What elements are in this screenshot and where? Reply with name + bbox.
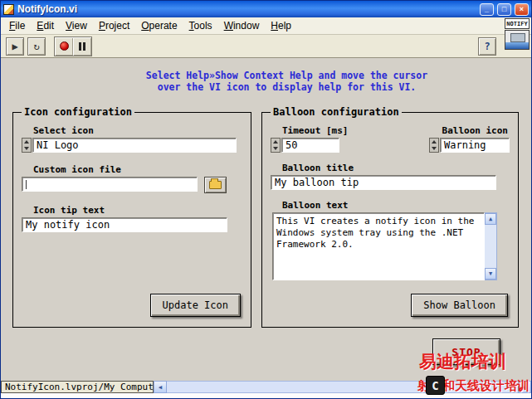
vi-icon-label: NOTIFY <box>505 18 530 29</box>
maximize-button[interactable]: □ <box>497 3 511 16</box>
custom-icon-file-field[interactable] <box>22 177 198 192</box>
custom-icon-file-label: Custom icon file <box>33 164 242 175</box>
browse-file-button[interactable] <box>204 177 227 193</box>
balloon-text-label: Balloon text <box>282 200 510 211</box>
scroll-left-icon[interactable]: ◀ <box>154 381 167 393</box>
select-icon-field[interactable]: NI Logo <box>32 138 237 153</box>
text-caret <box>26 180 27 189</box>
menu-window[interactable]: Window <box>218 18 266 33</box>
balloon-icon-control: Balloon icon Warning <box>429 123 510 153</box>
timeout-control: Timeout [ms] 50 <box>271 123 348 153</box>
balloon-icon-label: Balloon icon <box>429 125 508 136</box>
help-instruction-line2: over the VI icon to display help for thi… <box>59 81 515 93</box>
balloon-title-label: Balloon title <box>282 163 510 173</box>
watermark-title: 易迪拓培训 <box>419 350 506 373</box>
balloon-configuration-title: Balloon configuration <box>271 106 402 118</box>
menu-edit[interactable]: Edit <box>31 18 60 33</box>
select-icon-label: Select icon <box>33 125 242 136</box>
context-help-button[interactable]: ? <box>478 37 496 56</box>
run-button[interactable]: ▶ <box>6 37 24 56</box>
minimize-button[interactable]: _ <box>480 3 494 16</box>
show-balloon-button[interactable]: Show Balloon <box>411 294 508 317</box>
balloon-icon-field[interactable]: Warning <box>440 138 510 153</box>
icon-configuration-title: Icon configuration <box>22 106 134 118</box>
exec-button-group <box>54 36 92 56</box>
app-icon <box>3 4 14 15</box>
pause-icon <box>79 42 85 51</box>
run-continuous-button[interactable]: ↻ <box>27 37 46 56</box>
abort-icon <box>60 41 69 51</box>
menu-bar: File Edit View Project Operate Tools Win… <box>1 17 531 35</box>
window-title: NotifyIcon.vi <box>17 3 476 15</box>
scroll-up-icon[interactable]: ▲ <box>485 213 496 225</box>
pause-button[interactable] <box>73 37 91 56</box>
vi-icon[interactable] <box>505 30 530 50</box>
menu-tools[interactable]: Tools <box>183 18 218 33</box>
balloon-text-field[interactable]: This VI creates a notify icon in the Win… <box>272 212 485 280</box>
icon-configuration-group: Icon configuration Select icon NI Logo C… <box>12 106 251 328</box>
folder-icon <box>209 181 222 189</box>
abort-button[interactable] <box>55 37 73 56</box>
icon-tip-field[interactable]: My notify icon <box>22 217 227 232</box>
update-icon-button[interactable]: Update Icon <box>150 294 241 317</box>
toolbar: ▶ ↻ ? <box>1 35 531 58</box>
menu-operate[interactable]: Operate <box>135 18 183 33</box>
execution-target-indicator[interactable]: NotifyIcon.lvproj/My Computer <box>1 381 154 393</box>
close-button[interactable]: × <box>515 3 529 16</box>
vi-icon-corner: NOTIFY <box>505 18 530 50</box>
timeout-label: Timeout [ms] <box>282 125 348 136</box>
scroll-down-icon[interactable]: ▼ <box>485 268 496 280</box>
balloon-text-scrollbar[interactable]: ▲ ▼ <box>485 212 497 280</box>
help-instruction-text: Select Help»Show Context Help and move t… <box>59 70 515 93</box>
balloon-icon-spinner[interactable] <box>429 138 439 153</box>
icon-tip-label: Icon tip text <box>33 205 242 216</box>
timeout-spinner[interactable] <box>271 138 281 153</box>
menu-file[interactable]: File <box>3 18 31 33</box>
balloon-title-field[interactable]: My balloon tip <box>271 175 496 190</box>
menu-view[interactable]: View <box>60 18 93 33</box>
help-instruction-line1: Select Help»Show Context Help and move t… <box>59 70 515 81</box>
menu-help[interactable]: Help <box>265 18 297 33</box>
front-panel: Select Help»Show Context Help and move t… <box>1 58 531 381</box>
watermark-logo: C <box>426 376 445 395</box>
select-icon-spinner[interactable] <box>22 138 32 153</box>
title-bar: NotifyIcon.vi _ □ × <box>1 1 531 17</box>
balloon-configuration-group: Balloon configuration Timeout [ms] 50 Ba… <box>261 106 519 328</box>
labview-window: NotifyIcon.vi _ □ × File Edit View Proje… <box>0 0 532 399</box>
timeout-field[interactable]: 50 <box>281 138 339 153</box>
menu-project[interactable]: Project <box>93 18 135 33</box>
